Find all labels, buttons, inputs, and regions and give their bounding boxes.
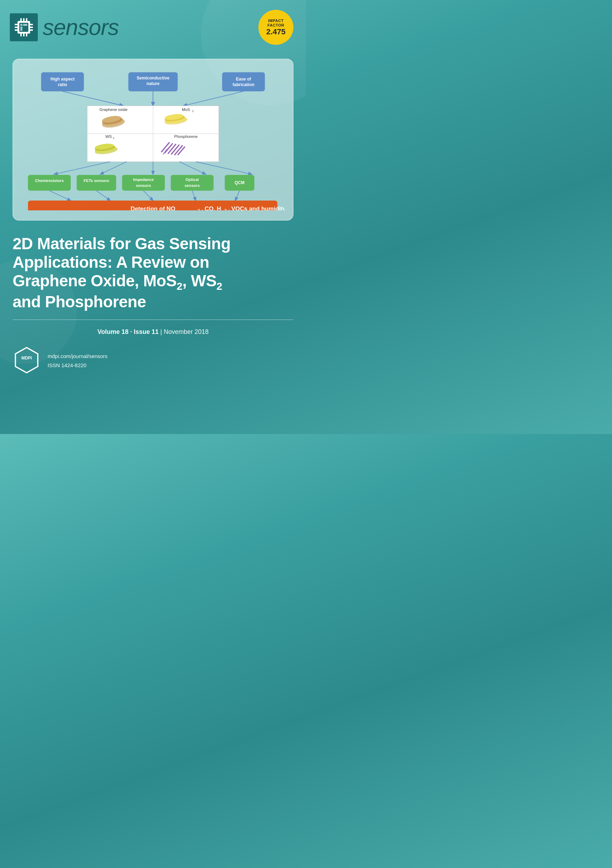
svg-text:Graphene oxide: Graphene oxide [99,107,127,112]
svg-text:2: 2 [198,208,200,210]
svg-text:2: 2 [224,208,227,210]
svg-text:sensors: sensors [185,183,200,188]
svg-text:2: 2 [113,136,114,140]
svg-text:Semiconductive: Semiconductive [137,76,169,81]
svg-rect-13 [26,34,27,36]
svg-text:Chemiresistors: Chemiresistors [35,178,64,183]
volume-normal: | November 2018 [158,328,209,335]
svg-rect-2 [15,24,17,25]
svg-text:ratio: ratio [58,82,67,87]
svg-text:Optical: Optical [186,177,199,181]
footer: MDPI mdpi.com/journal/sensors ISSN 1424-… [0,343,306,383]
issn: ISSN 1424-8220 [48,361,107,370]
svg-text:fabrication: fabrication [233,82,254,87]
impact-badge: IMPACTFACTOR 2.475 [258,10,294,45]
title-comma: , WS [182,271,217,290]
journal-name: sensors [43,16,119,39]
chip-icon [13,17,34,38]
mdpi-logo: MDPI [12,346,40,375]
title-sub2: 2 [216,281,222,292]
svg-line-60 [101,162,127,174]
svg-text:nature: nature [146,81,160,86]
svg-line-63 [196,162,252,174]
svg-rect-15 [23,24,25,26]
divider [12,319,294,320]
svg-rect-8 [20,18,22,21]
svg-text:, CO, H: , CO, H [201,205,221,210]
footer-info: mdpi.com/journal/sensors ISSN 1424-8220 [48,352,107,370]
svg-text:sensors: sensors [136,183,151,188]
svg-rect-6 [30,26,33,28]
svg-line-79 [192,191,196,200]
header: sensors IMPACTFACTOR 2.475 [0,0,306,48]
svg-rect-4 [15,29,17,31]
svg-rect-16 [25,24,27,26]
mdpi-logo-svg: MDPI [12,346,40,374]
svg-line-77 [96,191,110,200]
volume-bold: Volume 18 · Issue 11 [97,328,158,335]
svg-text:MoS: MoS [182,107,190,112]
svg-line-62 [179,162,205,174]
svg-rect-12 [23,34,25,36]
svg-line-78 [144,191,153,200]
svg-line-59 [54,162,110,174]
chip-logo [10,13,38,41]
svg-text:WS: WS [106,135,112,139]
svg-text:2: 2 [192,110,194,113]
diagram-svg: High aspect ratio Semiconductive nature … [21,69,285,210]
svg-rect-18 [20,29,22,31]
svg-text:Phosphorene: Phosphorene [174,135,197,139]
svg-rect-9 [23,18,25,21]
article-title: 2D Materials for Gas Sensing Application… [12,234,294,311]
title-line2: Applications: A Review on [12,253,210,271]
svg-line-28 [63,91,124,106]
svg-text:High aspect: High aspect [50,77,75,82]
logo-area: sensors [10,13,119,41]
title-line1: 2D Materials for Gas Sensing [12,234,231,253]
title-section: 2D Materials for Gas Sensing Application… [0,231,306,316]
svg-rect-7 [30,29,33,31]
impact-label: IMPACTFACTOR [267,19,284,28]
website: mdpi.com/journal/sensors [48,352,107,361]
impact-number: 2.475 [266,28,285,36]
svg-rect-25 [222,72,265,91]
svg-text:MDPI: MDPI [21,356,32,361]
diagram-container: High aspect ratio Semiconductive nature … [12,59,294,220]
svg-rect-14 [20,24,22,26]
svg-line-30 [183,91,243,106]
svg-line-80 [235,191,239,200]
svg-rect-3 [15,26,17,28]
svg-rect-11 [20,34,22,36]
svg-text:, VOCs and humidity: , VOCs and humidity [228,205,285,210]
title-sub1: 2 [177,281,182,292]
svg-text:FETs sensors: FETs sensors [84,178,109,183]
svg-text:Ease of: Ease of [236,77,252,82]
title-line3: Graphene Oxide, MoS [12,271,177,290]
svg-text:Detection of NO: Detection of NO [130,205,176,210]
svg-rect-10 [26,18,27,21]
title-line4: and Phosphorene [12,293,146,311]
svg-line-76 [50,191,71,200]
volume-info: Volume 18 · Issue 11 | November 2018 [0,323,306,343]
svg-text:Impedance: Impedance [133,177,154,181]
svg-text:QCM: QCM [235,180,244,185]
svg-rect-19 [41,72,84,91]
svg-rect-17 [20,26,22,29]
svg-rect-5 [30,24,33,25]
